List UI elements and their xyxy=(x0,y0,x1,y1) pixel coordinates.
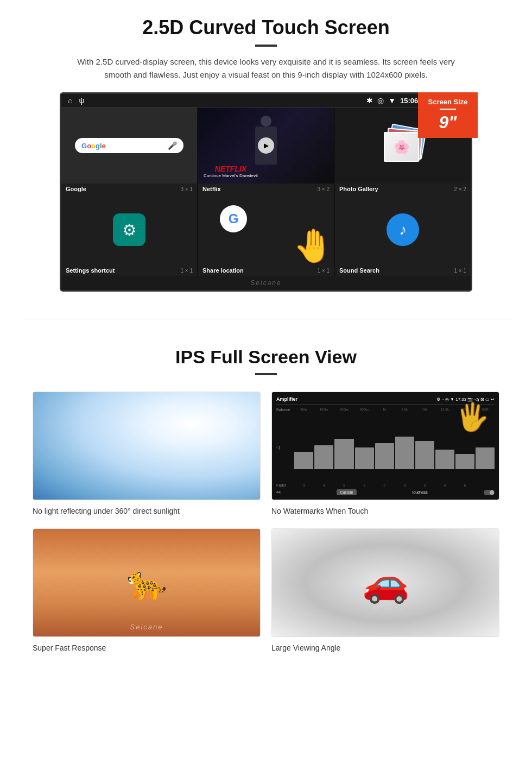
feature-image-amplifier: Amplifier ⚙ ·· ◎ ▼ 17:33 📷 ◁) ⊠ ▭ ↩ Bala… xyxy=(271,392,499,500)
watermark-text: Seicane xyxy=(250,279,281,287)
app-cell-google[interactable]: Google 🎤 xyxy=(61,108,197,184)
sky-image xyxy=(33,392,260,500)
netflix-label: Netflix xyxy=(202,186,221,192)
music-note-icon: ♪ xyxy=(399,221,407,238)
netflix-logo-overlay: NETFLIX Continue Marvel's Daredevil xyxy=(204,165,258,178)
amp-custom-button[interactable]: Custom xyxy=(337,489,356,495)
app-cell-settings[interactable]: ⚙ xyxy=(61,194,197,265)
hand-icon: 🤚 xyxy=(293,226,334,265)
car-image: 🚗 xyxy=(272,529,499,636)
settings-label: Settings shortcut xyxy=(66,267,115,274)
feature-label-watermark: No Watermarks When Touch xyxy=(271,504,499,518)
sound-icon-bg: ♪ xyxy=(387,213,419,246)
feature-label-car: Large Viewing Angle xyxy=(271,641,499,654)
share-label: Share location xyxy=(202,267,244,274)
car-icon: 🚗 xyxy=(362,560,409,605)
google-label: Google xyxy=(66,186,86,192)
feature-watermark: Amplifier ⚙ ·· ◎ ▼ 17:33 📷 ◁) ⊠ ▭ ↩ Bala… xyxy=(271,392,499,518)
app-label-share: Share location 1 × 1 xyxy=(198,265,334,276)
location-icon: ◎ xyxy=(377,96,384,105)
section1-description: With 2.5D curved-display screen, this de… xyxy=(76,55,456,81)
amplifier-ui: Amplifier ⚙ ·· ◎ ▼ 17:33 📷 ◁) ⊠ ▭ ↩ Bala… xyxy=(272,392,499,500)
feature-cheetah: 🐆 Seicane Super Fast Response xyxy=(33,528,261,654)
amp-footer: << Custom loudness xyxy=(276,489,495,495)
settings-size: 1 × 1 xyxy=(180,268,193,274)
app-cell-sound[interactable]: ♪ xyxy=(335,194,471,265)
bluetooth-icon: ✱ xyxy=(366,96,373,105)
google-logo: Google xyxy=(81,142,106,150)
cheetah-image: 🐆 Seicane xyxy=(33,529,260,636)
app-grid-bottom: ⚙ G 🤚 ♪ xyxy=(61,194,471,265)
feature-image-car: 🚗 xyxy=(271,528,499,637)
netflix-cell-inner: ▶ NETFLIX Continue Marvel's Daredevil xyxy=(198,108,334,184)
app-cell-netflix[interactable]: ▶ NETFLIX Continue Marvel's Daredevil xyxy=(198,108,334,184)
google-cell-inner: Google 🎤 xyxy=(61,108,197,184)
app-label-netflix: Netflix 3 × 2 xyxy=(198,184,334,194)
app-label-settings: Settings shortcut 1 × 1 xyxy=(61,265,197,276)
netflix-bg: ▶ NETFLIX Continue Marvel's Daredevil xyxy=(198,108,334,184)
feature-image-sunlight xyxy=(33,392,261,500)
cheetah-icon: 🐆 xyxy=(126,564,167,602)
photo-card-front: 🌸 xyxy=(384,132,419,162)
app-labels-bottom: Settings shortcut 1 × 1 Share location 1… xyxy=(61,265,471,276)
feature-label-cheetah: Super Fast Response xyxy=(33,641,261,654)
section-curved-screen: 2.5D Curved Touch Screen With 2.5D curve… xyxy=(0,0,532,302)
home-icon[interactable]: ⌂ xyxy=(68,96,72,105)
settings-gear-icon: ⚙ xyxy=(122,220,137,239)
features-grid: No light reflecting under 360° direct su… xyxy=(33,392,499,654)
play-button[interactable]: ▶ xyxy=(258,137,274,154)
amp-loudness-toggle[interactable] xyxy=(484,490,495,495)
feature-image-cheetah: 🐆 Seicane xyxy=(33,528,261,637)
badge-size: 9" xyxy=(422,112,473,133)
google-size: 3 × 1 xyxy=(180,186,193,192)
sound-size: 1 × 1 xyxy=(454,268,466,274)
device-wrapper: Screen Size 9" ⌂ ψ ✱ ◎ ▼ 15:06 ⊡ ◁) ⊠ xyxy=(60,92,472,292)
section2-title: IPS Full Screen View xyxy=(33,346,499,368)
seicane-watermark: Seicane xyxy=(130,623,163,631)
netflix-size: 3 × 2 xyxy=(317,186,330,192)
share-size: 1 × 1 xyxy=(317,268,330,274)
device-screen: ⌂ ψ ✱ ◎ ▼ 15:06 ⊡ ◁) ⊠ ▭ xyxy=(60,92,472,292)
app-label-google: Google 3 × 1 xyxy=(61,184,197,194)
badge-divider xyxy=(440,109,456,110)
section1-title: 2.5D Curved Touch Screen xyxy=(33,16,499,39)
sound-label: Sound Search xyxy=(339,267,379,274)
app-label-sound: Sound Search 1 × 1 xyxy=(335,265,471,276)
wifi-icon: ▼ xyxy=(388,96,396,105)
netflix-subtitle: Continue Marvel's Daredevil xyxy=(204,173,258,178)
amp-nav: << xyxy=(276,490,281,494)
app-grid-top: Google 🎤 xyxy=(61,108,471,184)
section-ips: IPS Full Screen View No light reflecting… xyxy=(0,336,532,671)
settings-cell-inner: ⚙ xyxy=(61,194,197,265)
title-divider xyxy=(255,45,277,47)
feature-label-sunlight: No light reflecting under 360° direct su… xyxy=(33,504,261,518)
app-cell-share[interactable]: G 🤚 xyxy=(198,194,334,265)
device-watermark: Seicane xyxy=(61,276,471,290)
status-time: 15:06 xyxy=(400,97,418,105)
status-bar-left: ⌂ ψ xyxy=(68,96,84,105)
mic-icon: 🎤 xyxy=(168,141,177,150)
app-labels-top: Google 3 × 1 Netflix 3 × 2 Photo Gallery… xyxy=(61,184,471,194)
settings-icon-bg: ⚙ xyxy=(113,213,145,246)
feature-sunlight: No light reflecting under 360° direct su… xyxy=(33,392,261,518)
amp-loudness-label: loudness xyxy=(413,490,428,494)
badge-label: Screen Size xyxy=(422,98,473,106)
google-maps-icon: G xyxy=(220,205,247,232)
flower-icon: 🌸 xyxy=(394,140,410,155)
section-divider xyxy=(22,319,510,319)
photos-size: 2 × 2 xyxy=(454,186,466,192)
netflix-text: NETFLIX xyxy=(204,165,258,173)
app-label-photos: Photo Gallery 2 × 2 xyxy=(335,184,471,194)
photos-label: Photo Gallery xyxy=(339,186,378,192)
status-bar: ⌂ ψ ✱ ◎ ▼ 15:06 ⊡ ◁) ⊠ ▭ xyxy=(61,94,471,108)
feature-car: 🚗 Large Viewing Angle xyxy=(271,528,499,654)
screen-size-badge: Screen Size 9" xyxy=(418,92,478,138)
share-cell-inner: G 🤚 xyxy=(198,194,334,265)
section2-divider xyxy=(255,373,277,375)
amp-title: Amplifier xyxy=(276,396,297,402)
google-search-bar[interactable]: Google 🎤 xyxy=(75,138,183,153)
usb-icon: ψ xyxy=(79,96,84,105)
sound-cell-inner: ♪ xyxy=(335,194,471,265)
